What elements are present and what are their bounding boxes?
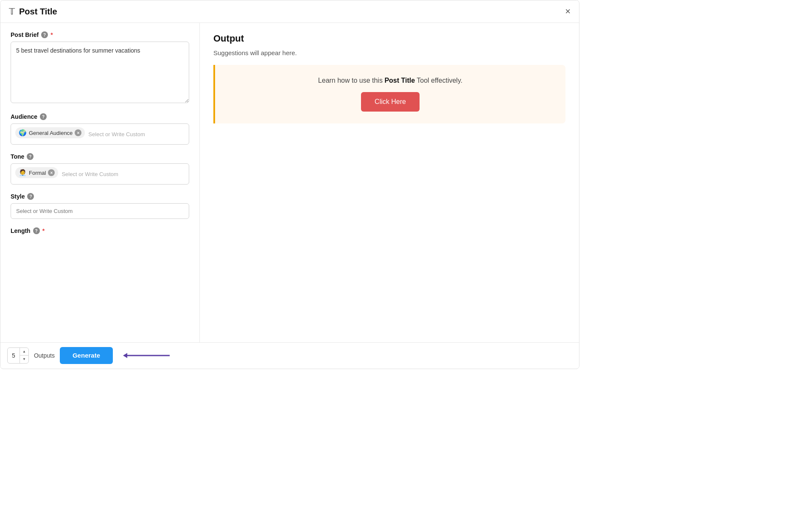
arrow-annotation — [121, 350, 572, 361]
length-label-text: Length — [11, 227, 31, 234]
length-required: * — [42, 227, 45, 234]
audience-tag-text: General Audience — [29, 130, 73, 136]
tone-help-icon[interactable]: ? — [27, 153, 34, 160]
audience-tag-close[interactable]: × — [75, 129, 81, 136]
main-layout: Post Brief ? * 5 best travel destination… — [0, 23, 579, 342]
style-help-icon[interactable]: ? — [27, 193, 34, 200]
outputs-stepper[interactable]: 5 ▲ ▼ — [7, 347, 29, 364]
output-title: Output — [213, 33, 565, 44]
audience-group: Audience ? 🌍 General Audience × Select o… — [11, 113, 189, 145]
output-info-box: Learn how to use this Post Title Tool ef… — [213, 65, 565, 123]
stepper-up-button[interactable]: ▲ — [20, 348, 28, 356]
post-brief-textarea[interactable]: 5 best travel destinations for summer va… — [11, 42, 189, 103]
tone-label: Tone ? — [11, 153, 189, 160]
post-brief-group: Post Brief ? * 5 best travel destination… — [11, 31, 189, 105]
audience-help-icon[interactable]: ? — [40, 113, 47, 120]
tone-group: Tone ? 🧑‍💼 Formal × Select or Write Cust… — [11, 153, 189, 185]
tone-tag-emoji: 🧑‍💼 — [19, 169, 27, 176]
stepper-down-button[interactable]: ▼ — [20, 356, 28, 363]
post-brief-required: * — [50, 31, 53, 38]
tone-tag: 🧑‍💼 Formal × — [15, 167, 58, 178]
tone-tag-text: Formal — [29, 170, 46, 176]
audience-label-text: Audience — [11, 113, 37, 120]
audience-tag: 🌍 General Audience × — [15, 127, 85, 138]
tone-placeholder: Select or Write Custom — [61, 169, 119, 179]
outputs-label: Outputs — [34, 352, 55, 359]
header-left: 𝕋 Post Title — [9, 6, 57, 17]
style-input[interactable] — [11, 203, 189, 219]
audience-tag-input[interactable]: 🌍 General Audience × Select or Write Cus… — [11, 123, 189, 145]
audience-label: Audience ? — [11, 113, 189, 120]
right-panel: Output Suggestions will appear here. Lea… — [200, 23, 579, 342]
stepper-arrows: ▲ ▼ — [20, 348, 28, 363]
style-label-text: Style — [11, 193, 25, 200]
output-info-text: Learn how to use this Post Title Tool ef… — [318, 77, 462, 84]
output-info-post: Tool effectively. — [415, 77, 462, 84]
post-brief-help-icon[interactable]: ? — [41, 31, 48, 38]
style-label: Style ? — [11, 193, 189, 200]
generate-button[interactable]: Generate — [60, 347, 113, 364]
tone-tag-input[interactable]: 🧑‍💼 Formal × Select or Write Custom — [11, 163, 189, 185]
tone-label-text: Tone — [11, 153, 24, 160]
length-group: Length ? * — [11, 227, 189, 234]
text-format-icon: 𝕋 — [9, 6, 15, 17]
length-help-icon[interactable]: ? — [33, 227, 40, 234]
audience-tag-emoji: 🌍 — [19, 129, 27, 137]
click-here-button[interactable]: Click Here — [361, 92, 420, 112]
output-info-bold: Post Title — [384, 77, 415, 84]
left-panel: Post Brief ? * 5 best travel destination… — [0, 23, 200, 342]
close-button[interactable]: × — [565, 7, 571, 16]
tone-tag-close[interactable]: × — [48, 169, 55, 176]
footer: 5 ▲ ▼ Outputs Generate — [0, 342, 579, 368]
output-subtitle: Suggestions will appear here. — [213, 49, 565, 56]
length-label: Length ? * — [11, 227, 189, 234]
post-brief-label-text: Post Brief — [11, 31, 39, 38]
outputs-value: 5 — [8, 352, 20, 359]
arrow-svg — [123, 350, 174, 361]
svg-marker-1 — [123, 353, 127, 358]
page-title: Post Title — [19, 7, 57, 17]
audience-placeholder: Select or Write Custom — [87, 129, 146, 139]
post-brief-label: Post Brief ? * — [11, 31, 189, 38]
style-group: Style ? — [11, 193, 189, 219]
output-info-pre: Learn how to use this — [318, 77, 385, 84]
header: 𝕋 Post Title × — [0, 0, 579, 23]
